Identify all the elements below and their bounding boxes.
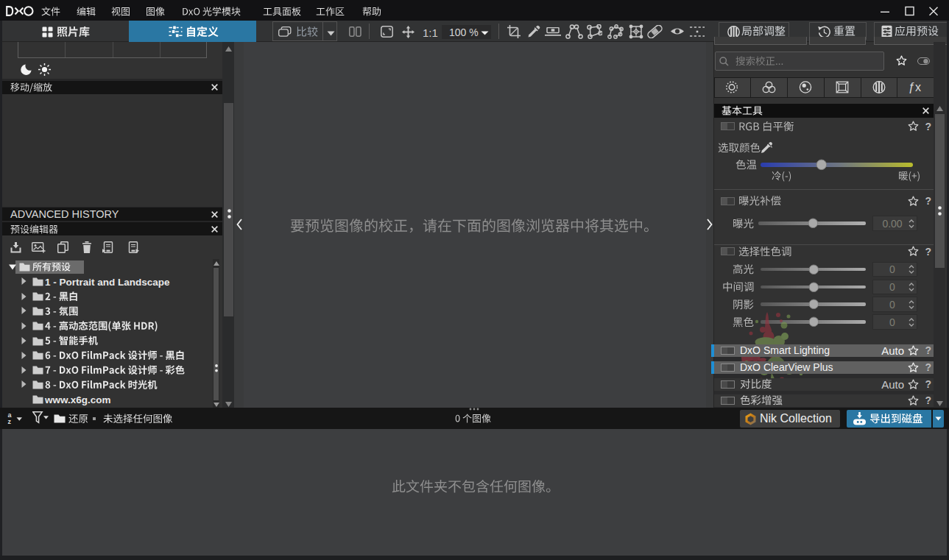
svg-text:z: z (8, 418, 12, 425)
svg-text:a: a (8, 411, 13, 419)
